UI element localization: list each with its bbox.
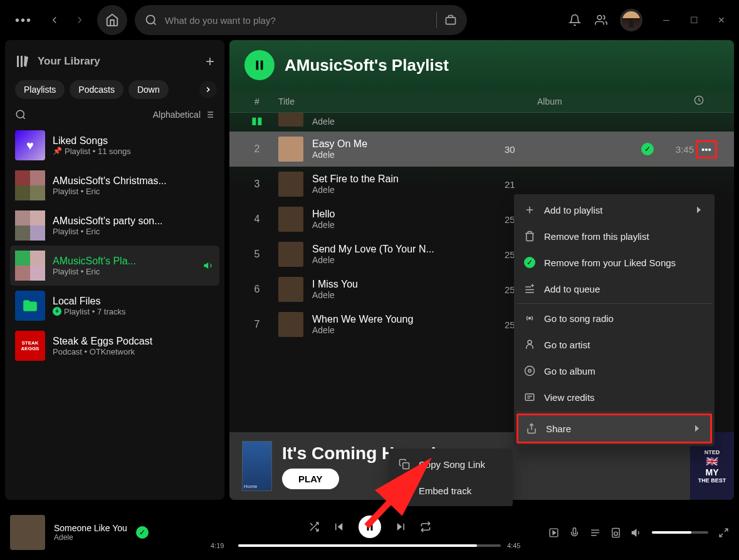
play-pause-button[interactable]: [359, 516, 381, 538]
volume-slider[interactable]: [652, 531, 708, 534]
window-maximize-button[interactable]: ☐: [686, 15, 701, 25]
svg-point-47: [525, 366, 535, 376]
ctx-embed-track[interactable]: Embed track: [391, 477, 510, 504]
home-button[interactable]: [97, 5, 127, 35]
podcast-art: STEAK&EGGS: [15, 331, 45, 361]
ctx-view-credits[interactable]: View credits: [516, 384, 712, 410]
banner-art: Home: [242, 441, 272, 491]
svg-point-0: [147, 16, 155, 24]
track-duration: 3:45: [659, 144, 694, 155]
repeat-button[interactable]: [420, 521, 431, 532]
ctx-go-to-artist[interactable]: Go to artist: [516, 331, 712, 358]
copy-icon: [399, 459, 410, 470]
window-minimize-button[interactable]: ─: [659, 15, 674, 25]
chips-scroll-right[interactable]: [199, 81, 217, 98]
browse-icon[interactable]: [444, 14, 457, 26]
svg-marker-34: [632, 529, 636, 536]
library-search-button[interactable]: [15, 109, 26, 120]
app-menu-button[interactable]: •••: [10, 8, 37, 33]
play-playlist-button[interactable]: [244, 50, 275, 80]
sidebar-item-liked-songs[interactable]: ♥ Liked Songs 📌Playlist • 11 songs: [10, 125, 219, 165]
track-more-button[interactable]: •••: [694, 140, 719, 158]
sidebar-item-podcast[interactable]: STEAK&EGGS Steak & Eggs Podcast Podcast …: [10, 326, 219, 366]
lyrics-button[interactable]: [569, 527, 580, 538]
connect-device-button[interactable]: [611, 527, 621, 538]
nav-back-button[interactable]: [45, 10, 65, 30]
ctx-remove-liked[interactable]: ✓ Remove from your Liked Songs: [516, 249, 712, 276]
track-row[interactable]: ▮▮ Adele: [229, 113, 734, 132]
artist-icon: [524, 339, 535, 350]
ctx-go-to-album[interactable]: Go to album: [516, 358, 712, 384]
queue-button[interactable]: [590, 527, 600, 538]
playlist-header: AMusicSoft's Playlist: [229, 40, 734, 90]
banner-play-button[interactable]: PLAY: [282, 469, 339, 489]
previous-button[interactable]: [333, 521, 345, 532]
sidebar-item-playlist-active[interactable]: AMusicSoft's Pla... Playlist • Eric: [10, 246, 219, 286]
elapsed-time: 4:19: [211, 542, 232, 549]
track-album[interactable]: 30: [505, 144, 636, 155]
track-artist[interactable]: Adele: [312, 150, 505, 160]
fullscreen-button[interactable]: [718, 527, 729, 538]
ctx-share[interactable]: Share: [516, 413, 712, 443]
pause-icon: [253, 58, 266, 72]
volume-button[interactable]: [631, 527, 642, 538]
pin-icon: 📌: [53, 147, 62, 155]
library-icon[interactable]: [15, 54, 30, 69]
column-album[interactable]: Album: [537, 96, 669, 106]
next-button[interactable]: [395, 521, 406, 532]
check-icon: ✓: [524, 257, 535, 268]
now-playing-title[interactable]: Someone Like You: [54, 523, 127, 533]
list-icon: [204, 110, 214, 120]
ctx-copy-song-link[interactable]: Copy Song Link: [391, 451, 510, 477]
ctx-song-radio[interactable]: Go to song radio: [516, 305, 712, 331]
svg-line-7: [23, 117, 24, 118]
friends-icon: [595, 14, 607, 26]
divider: [436, 13, 437, 28]
column-duration[interactable]: [669, 95, 719, 107]
pause-icon: [364, 521, 375, 532]
nav-forward-button[interactable]: [70, 10, 90, 30]
chip-playlists[interactable]: Playlists: [15, 80, 65, 99]
ctx-add-to-playlist[interactable]: Add to playlist: [516, 197, 712, 223]
now-playing-liked-button[interactable]: ✓: [136, 526, 149, 539]
now-playing-artist[interactable]: Adele: [54, 533, 127, 542]
library-sort-button[interactable]: Alphabetical: [153, 110, 214, 120]
ctx-remove-from-playlist[interactable]: Remove from this playlist: [516, 223, 712, 249]
svg-rect-24: [370, 523, 372, 531]
album-icon: [524, 365, 535, 376]
sidebar-item-local-files[interactable]: Local Files Playlist • 7 tracks: [10, 286, 219, 326]
user-avatar[interactable]: [620, 9, 642, 31]
track-context-menu: Add to playlist Remove from this playlis…: [514, 194, 715, 446]
search-input[interactable]: [165, 15, 429, 26]
chip-downloaded[interactable]: Down: [128, 80, 169, 99]
now-playing-art[interactable]: [10, 515, 45, 550]
svg-rect-5: [21, 56, 23, 67]
svg-rect-2: [446, 18, 456, 24]
notifications-button[interactable]: [567, 13, 582, 28]
column-title[interactable]: Title: [270, 96, 537, 106]
window-close-button[interactable]: ✕: [714, 15, 729, 25]
svg-line-20: [310, 523, 313, 526]
sidebar: Your Library + Playlists Podcasts Down A…: [5, 40, 224, 500]
search-bar[interactable]: [135, 5, 467, 35]
friends-button[interactable]: [594, 13, 609, 28]
shuffle-button[interactable]: [308, 521, 320, 532]
svg-line-1: [154, 23, 156, 25]
svg-rect-23: [367, 523, 369, 531]
track-row-selected[interactable]: 2 Easy On Me Adele 30 ✓ 3:45 •••: [229, 132, 734, 167]
now-playing-view-button[interactable]: [548, 527, 559, 538]
sidebar-item-playlist[interactable]: AMusicSoft's party son... Playlist • Eri…: [10, 205, 219, 246]
svg-line-35: [725, 529, 728, 532]
column-number[interactable]: #: [244, 96, 270, 106]
download-icon: [53, 307, 61, 316]
svg-marker-53: [695, 425, 699, 432]
create-playlist-button[interactable]: +: [206, 53, 214, 70]
progress-bar[interactable]: [238, 544, 501, 547]
ctx-add-to-queue[interactable]: Add to queue: [516, 276, 712, 302]
sidebar-item-playlist[interactable]: AMusicSoft's Christmas... Playlist • Eri…: [10, 165, 219, 205]
sort-label: Alphabetical: [153, 110, 201, 120]
sidebar-item-label: Liked Songs: [53, 135, 214, 147]
liked-icon[interactable]: ✓: [641, 143, 654, 155]
svg-marker-21: [337, 523, 342, 531]
chip-podcasts[interactable]: Podcasts: [70, 80, 123, 99]
